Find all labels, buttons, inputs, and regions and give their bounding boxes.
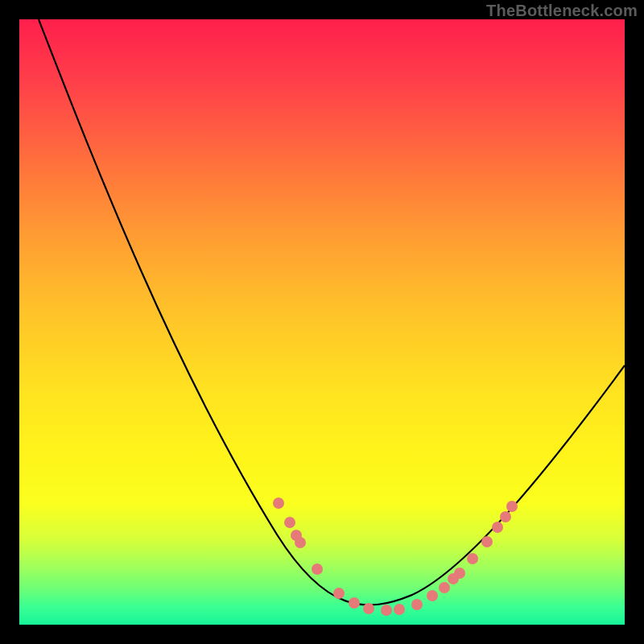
- data-point: [312, 564, 323, 575]
- data-point: [394, 604, 405, 615]
- data-point: [492, 522, 503, 533]
- data-point: [284, 517, 295, 528]
- data-point: [481, 536, 493, 547]
- data-point: [427, 590, 438, 601]
- data-point: [454, 568, 465, 579]
- data-point: [273, 497, 284, 509]
- data-point: [363, 603, 374, 614]
- data-point: [333, 588, 345, 599]
- data-point: [295, 537, 306, 548]
- data-point: [506, 501, 518, 512]
- data-points-group: [273, 497, 518, 616]
- data-point: [500, 511, 511, 522]
- data-point: [439, 582, 450, 593]
- data-point: [349, 597, 360, 609]
- watermark-text: TheBottleneck.com: [486, 2, 638, 20]
- chart-svg: [19, 19, 625, 625]
- data-point: [381, 605, 392, 616]
- bottleneck-curve: [39, 19, 625, 605]
- data-point: [411, 599, 423, 610]
- chart-frame: [19, 19, 625, 625]
- data-point: [467, 553, 478, 564]
